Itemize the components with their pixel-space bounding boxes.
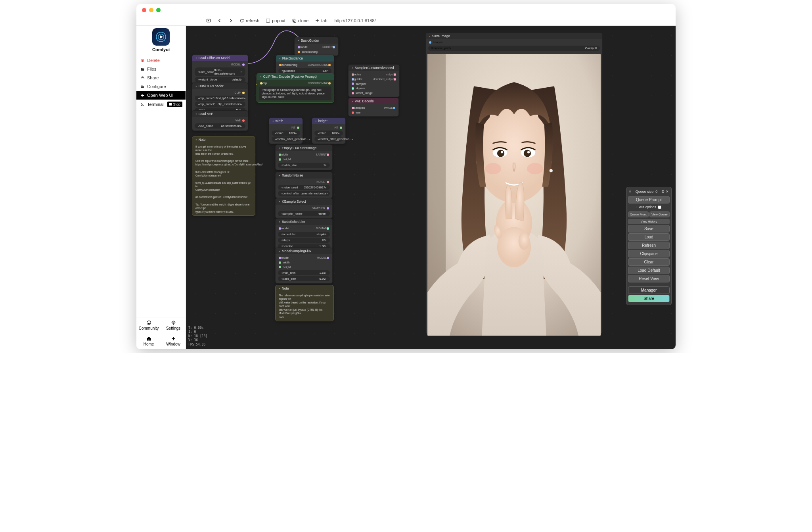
- svg-point-10: [147, 321, 151, 325]
- node-empty-latent[interactable]: EmptySD3LatentImage widthLATENT height ◂…: [275, 144, 333, 170]
- svg-point-21: [527, 151, 530, 153]
- sidebar-label-share: Share: [147, 75, 159, 80]
- toolbar: refresh popout clone tab http://127.0.0.…: [136, 16, 676, 26]
- panel-reset-view-button[interactable]: Reset View: [628, 275, 670, 282]
- panel-refresh-button[interactable]: Refresh: [628, 242, 670, 249]
- node-sampler-custom-advanced[interactable]: SamplerCustomAdvanced noiseoutput guider…: [348, 64, 400, 97]
- window-button[interactable]: Window: [161, 333, 186, 349]
- node-flux-guidance[interactable]: FluxGuidance conditioningCONDITIONING ◂g…: [276, 55, 334, 76]
- panel-clipspace-button[interactable]: Clipspace: [628, 250, 670, 257]
- svg-point-25: [519, 232, 530, 250]
- stop-button[interactable]: Stop: [167, 102, 182, 107]
- app-name: Comfyui: [136, 47, 186, 52]
- sidebar-label-delete: Delete: [147, 58, 160, 63]
- queue-front-button[interactable]: Queue Front: [628, 211, 649, 217]
- nav-forward-button[interactable]: [226, 17, 236, 24]
- url-bar[interactable]: http://127.0.0.1:8188/: [335, 18, 673, 23]
- view-queue-button[interactable]: View Queue: [649, 211, 670, 217]
- svg-point-9: [142, 87, 142, 88]
- popout-button[interactable]: popout: [263, 17, 288, 24]
- sidebar-label-files: Files: [147, 67, 156, 71]
- svg-point-22: [485, 163, 501, 174]
- svg-point-18: [497, 150, 504, 157]
- prompt-textbox[interactable]: Photograph of a beautiful japanese girl,…: [259, 86, 331, 100]
- sidebar-label-openwebui: Open Web UI: [147, 93, 173, 98]
- node-vae-decode[interactable]: VAE Decode samplesIMAGE vae: [348, 98, 399, 117]
- share-button[interactable]: Share: [628, 295, 670, 302]
- svg-point-20: [501, 151, 503, 153]
- dock-icon[interactable]: [204, 17, 213, 24]
- maximize-window-dot[interactable]: [156, 8, 161, 12]
- panel-clear-button[interactable]: Clear: [628, 258, 670, 266]
- node-load-vae[interactable]: Load VAE VAE ◂vae_nameae.safetensors▸: [192, 110, 248, 131]
- sidebar-label-configure: Configure: [147, 84, 166, 89]
- svg-point-11: [172, 322, 174, 323]
- svg-point-26: [550, 169, 553, 172]
- node-random-noise[interactable]: RandomNoise NOISE ◂noise_seed65302764599…: [275, 172, 333, 198]
- home-button[interactable]: Home: [136, 333, 161, 349]
- refresh-button[interactable]: refresh: [237, 17, 262, 24]
- view-history-button[interactable]: View History: [628, 219, 670, 224]
- window-titlebar: [136, 4, 676, 16]
- svg-point-8: [143, 86, 144, 87]
- node-height[interactable]: height INT ◂value1600▸ ◂control_after_ge…: [312, 117, 346, 144]
- sidebar-item-terminal[interactable]: Terminal Stop: [136, 100, 186, 109]
- panel-load-default-button[interactable]: Load Default: [628, 267, 670, 274]
- community-button[interactable]: Community: [136, 317, 161, 333]
- node-load-diffusion-model[interactable]: Load Diffusion Model MODEL ◂unet_nameflu…: [192, 54, 248, 85]
- sidebar-item-open-web-ui[interactable]: Open Web UI: [136, 91, 186, 100]
- close-window-dot[interactable]: [142, 8, 146, 12]
- svg-marker-6: [160, 35, 163, 38]
- sidebar: Comfyui Delete Files Share Configure Ope…: [136, 26, 186, 349]
- minimize-window-dot[interactable]: [149, 8, 153, 12]
- svg-rect-2: [293, 19, 295, 21]
- sidebar-item-delete[interactable]: Delete: [136, 56, 186, 65]
- node-model-sampling-flux[interactable]: ModelSamplingFlux modelMODEL width heigh…: [275, 248, 333, 284]
- node-basic-guider[interactable]: BasicGuider modelGUIDER conditioning: [294, 37, 339, 56]
- node-note-2[interactable]: Note The reference sampling implementati…: [275, 285, 334, 321]
- panel-load-button[interactable]: Load: [628, 233, 670, 241]
- nav-back-button[interactable]: [215, 17, 224, 24]
- queue-panel[interactable]: ⠿ Queue size: 0 ⚙ ✕ Queue Prompt Extra o…: [626, 187, 672, 305]
- svg-rect-3: [293, 20, 296, 23]
- node-note-1[interactable]: Note If you get an error in any of the n…: [192, 136, 255, 216]
- svg-point-7: [142, 85, 142, 86]
- manager-button[interactable]: Manager: [628, 286, 670, 294]
- sidebar-item-files[interactable]: Files: [136, 65, 186, 73]
- queue-prompt-button[interactable]: Queue Prompt: [628, 196, 670, 204]
- node-width[interactable]: width INT ◂value1024▸ ◂control_after_gen…: [269, 117, 303, 144]
- clone-button[interactable]: clone: [289, 17, 311, 24]
- canvas-stats: T: 0.00s I: 0 N: 18 [18] V: 36 FPS:54.05: [188, 326, 207, 347]
- svg-point-19: [524, 150, 531, 157]
- node-save-image[interactable]: Save Image images filename_prefixComfyUI: [425, 33, 603, 334]
- node-graph-canvas[interactable]: Load Diffusion Model MODEL ◂unet_nameflu…: [186, 26, 676, 349]
- node-clip-text-encode[interactable]: CLIP Text Encode (Positive Prompt) clipC…: [257, 73, 334, 103]
- app-logo: [152, 28, 170, 46]
- settings-button[interactable]: Settings: [161, 317, 186, 333]
- panel-close-icon[interactable]: ✕: [666, 190, 669, 194]
- panel-settings-icon[interactable]: ⚙: [661, 190, 665, 194]
- node-basic-scheduler[interactable]: BasicScheduler modelSIGMAS ◂schedulersim…: [275, 218, 333, 251]
- svg-point-15: [476, 106, 552, 203]
- output-preview-image[interactable]: [427, 54, 601, 336]
- panel-save-button[interactable]: Save: [628, 225, 670, 232]
- new-tab-button[interactable]: tab: [312, 17, 329, 24]
- svg-point-23: [527, 163, 543, 174]
- sidebar-item-configure[interactable]: Configure: [136, 82, 186, 91]
- extra-options-checkbox[interactable]: Extra options: [628, 204, 670, 210]
- node-ksampler-select[interactable]: KSamplerSelect SAMPLER ◂sampler_nameeule…: [275, 198, 333, 219]
- sidebar-label-terminal: Terminal: [147, 102, 164, 107]
- sidebar-item-share[interactable]: Share: [136, 73, 186, 82]
